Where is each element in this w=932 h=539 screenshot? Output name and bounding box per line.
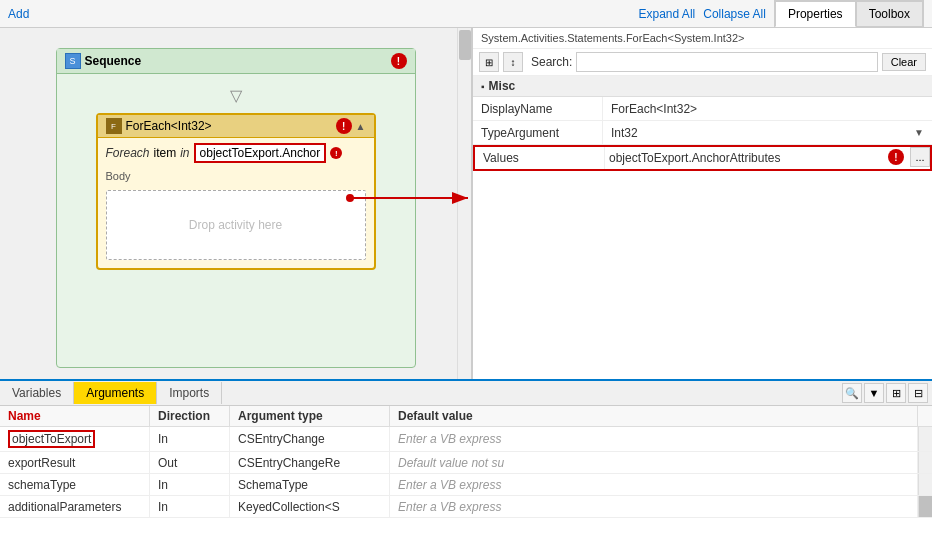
bottom-tabs-row: Variables Arguments Imports 🔍 ▼ ⊞ ⊟ bbox=[0, 381, 932, 406]
td-name-2[interactable]: exportResult bbox=[0, 452, 150, 473]
misc-section-header: ▪ Misc bbox=[473, 76, 932, 97]
sequence-header: S Sequence ! bbox=[57, 49, 415, 74]
misc-label: Misc bbox=[489, 79, 516, 93]
value-box[interactable]: objectToExport.Anchor bbox=[194, 143, 327, 163]
vscroll-4 bbox=[918, 496, 932, 517]
right-tabs: Properties Toolbox bbox=[774, 0, 924, 27]
td-name-1[interactable]: objectToExport bbox=[0, 427, 150, 451]
values-label: Values bbox=[475, 147, 605, 169]
sequence-title: Sequence bbox=[85, 54, 142, 68]
properties-tab[interactable]: Properties bbox=[775, 1, 856, 27]
values-row: Values objectToExport.AnchorAttributes !… bbox=[473, 145, 932, 171]
expand-tool-icon[interactable]: ▼ bbox=[864, 383, 884, 403]
arrow-down-1: ▽ bbox=[230, 86, 242, 105]
add-button[interactable]: Add bbox=[8, 7, 29, 21]
list-tool-icon[interactable]: ⊟ bbox=[908, 383, 928, 403]
designer-vscroll[interactable] bbox=[457, 28, 471, 379]
display-name-value[interactable]: ForEach<Int32> bbox=[603, 97, 932, 120]
td-default-2[interactable]: Default value not su bbox=[390, 452, 918, 473]
td-type-2: CSEntryChangeRe bbox=[230, 452, 390, 473]
bottom-panel: Variables Arguments Imports 🔍 ▼ ⊞ ⊟ Name… bbox=[0, 379, 932, 539]
vscroll-1 bbox=[918, 427, 932, 451]
td-name-3[interactable]: schemaType bbox=[0, 474, 150, 495]
display-name-label: DisplayName bbox=[473, 97, 603, 120]
sequence-container: S Sequence ! ▽ F ForEach<Int32> bbox=[56, 48, 416, 368]
search-tool-icon[interactable]: 🔍 bbox=[842, 383, 862, 403]
arguments-tab[interactable]: Arguments bbox=[74, 382, 157, 404]
foreach-header-right: ! ▲ bbox=[336, 118, 366, 134]
th-type: Argument type bbox=[230, 406, 390, 426]
expand-all-button[interactable]: Expand All bbox=[639, 7, 696, 21]
misc-collapse-icon[interactable]: ▪ bbox=[481, 81, 485, 92]
values-error-icon: ! bbox=[888, 149, 904, 165]
vscroll-3 bbox=[918, 474, 932, 495]
clear-button[interactable]: Clear bbox=[882, 53, 926, 71]
type-arg-value[interactable]: Int32 ▼ bbox=[603, 121, 932, 144]
td-dir-1: In bbox=[150, 427, 230, 451]
foreach-header-left: F ForEach<Int32> bbox=[106, 118, 212, 134]
props-toolbar: ⊞ ↕ Search: Clear bbox=[473, 49, 932, 76]
in-label: in bbox=[180, 146, 189, 160]
foreach-row: Foreach item in objectToExport.Anchor ! bbox=[98, 138, 374, 168]
top-toolbar: Add Expand All Collapse All Properties T… bbox=[0, 0, 932, 28]
sequence-icon: S bbox=[65, 53, 81, 69]
dropdown-arrow-icon: ▼ bbox=[914, 127, 924, 138]
table-row: schemaType In SchemaType Enter a VB expr… bbox=[0, 474, 932, 496]
td-dir-4: In bbox=[150, 496, 230, 517]
th-scrollpad bbox=[918, 406, 932, 426]
table-row: exportResult Out CSEntryChangeRe Default… bbox=[0, 452, 932, 474]
designer-panel: S Sequence ! ▽ F ForEach<Int32> bbox=[0, 28, 472, 379]
collapse-all-button[interactable]: Collapse All bbox=[703, 7, 766, 21]
type-arg-row: TypeArgument Int32 ▼ bbox=[473, 121, 932, 145]
sort-az-icon[interactable]: ↕ bbox=[503, 52, 523, 72]
body-label: Body bbox=[98, 168, 374, 186]
values-ellipsis-btn[interactable]: ... bbox=[910, 147, 930, 167]
foreach-header: F ForEach<Int32> ! ▲ bbox=[98, 115, 374, 138]
td-type-1: CSEntryChange bbox=[230, 427, 390, 451]
args-table-body: objectToExport In CSEntryChange Enter a … bbox=[0, 427, 932, 539]
foreach-container: F ForEach<Int32> ! ▲ Foreach ite bbox=[96, 113, 376, 270]
search-label: Search: bbox=[531, 55, 572, 69]
table-row: objectToExport In CSEntryChange Enter a … bbox=[0, 427, 932, 452]
display-name-row: DisplayName ForEach<Int32> bbox=[473, 97, 932, 121]
th-default: Default value bbox=[390, 406, 918, 426]
variables-tab[interactable]: Variables bbox=[0, 382, 74, 404]
bottom-right-tools: 🔍 ▼ ⊞ ⊟ bbox=[838, 381, 932, 405]
main-area: S Sequence ! ▽ F ForEach<Int32> bbox=[0, 28, 932, 379]
td-dir-2: Out bbox=[150, 452, 230, 473]
td-default-4[interactable]: Enter a VB express bbox=[390, 496, 918, 517]
grid-tool-icon[interactable]: ⊞ bbox=[886, 383, 906, 403]
td-name-4[interactable]: additionalParameters bbox=[0, 496, 150, 517]
sequence-body: ▽ F ForEach<Int32> ! ▲ bbox=[57, 74, 415, 282]
sort-icon[interactable]: ⊞ bbox=[479, 52, 499, 72]
item-value: item bbox=[154, 146, 177, 160]
collapse-icon[interactable]: ▲ bbox=[356, 121, 366, 132]
error-icon-foreach: ! bbox=[336, 118, 352, 134]
properties-panel: System.Activities.Statements.ForEach<Sys… bbox=[472, 28, 932, 379]
args-table-header: Name Direction Argument type Default val… bbox=[0, 406, 932, 427]
props-table: ▪ Misc DisplayName ForEach<Int32> TypeAr… bbox=[473, 76, 932, 379]
th-direction: Direction bbox=[150, 406, 230, 426]
type-dropdown[interactable]: Int32 ▼ bbox=[611, 126, 924, 140]
values-value-cell[interactable]: objectToExport.AnchorAttributes bbox=[605, 147, 886, 169]
table-row: additionalParameters In KeyedCollection<… bbox=[0, 496, 932, 518]
td-type-4: KeyedCollection<S bbox=[230, 496, 390, 517]
th-name: Name bbox=[0, 406, 150, 426]
imports-tab[interactable]: Imports bbox=[157, 382, 222, 404]
search-input[interactable] bbox=[576, 52, 877, 72]
td-default-3[interactable]: Enter a VB express bbox=[390, 474, 918, 495]
row-error-icon: ! bbox=[330, 147, 342, 159]
drop-hint: Drop activity here bbox=[189, 218, 282, 232]
type-arg-label: TypeArgument bbox=[473, 121, 603, 144]
foreach-icon: F bbox=[106, 118, 122, 134]
td-default-1[interactable]: Enter a VB express bbox=[390, 427, 918, 451]
foreach-title: ForEach<Int32> bbox=[126, 119, 212, 133]
foreach-label: Foreach bbox=[106, 146, 150, 160]
error-icon-sequence: ! bbox=[391, 53, 407, 69]
toolbox-tab[interactable]: Toolbox bbox=[856, 1, 923, 26]
designer-canvas: S Sequence ! ▽ F ForEach<Int32> bbox=[0, 28, 471, 379]
app-container: Add Expand All Collapse All Properties T… bbox=[0, 0, 932, 539]
td-dir-3: In bbox=[150, 474, 230, 495]
drop-area[interactable]: Drop activity here bbox=[106, 190, 366, 260]
td-type-3: SchemaType bbox=[230, 474, 390, 495]
